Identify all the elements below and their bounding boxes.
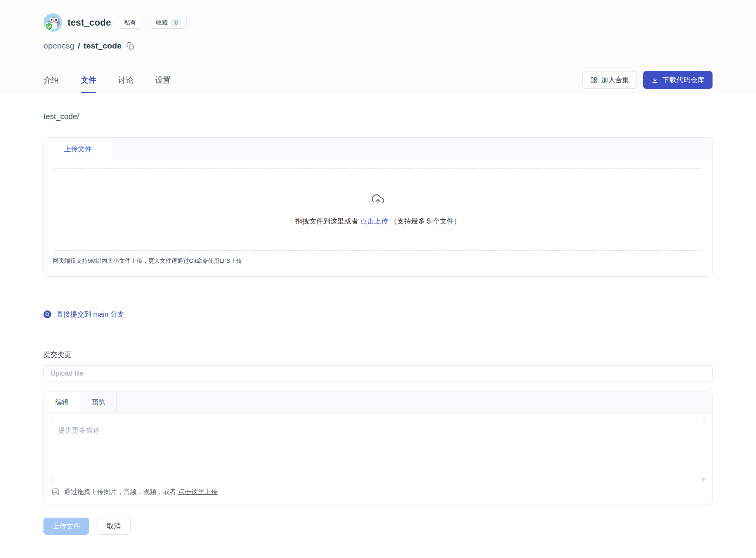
collection-icon: [590, 76, 597, 84]
commit-changes-label: 提交变更: [43, 350, 713, 359]
attachment-hint-prefix: 通过拖拽上传图片，音频，视频，或者: [64, 488, 176, 496]
click-to-upload-link[interactable]: 点击上传: [360, 217, 388, 225]
tab-upload-file[interactable]: 上传文件: [44, 138, 112, 160]
repo-action-buttons: 加入合集 下载代码仓库: [583, 71, 713, 89]
breadcrumb-owner[interactable]: opencsg: [43, 41, 74, 50]
upload-card-tabstrip: 上传文件: [44, 138, 712, 160]
visibility-badge: 私有: [119, 17, 141, 29]
upload-card-body: 拖拽文件到这里或者 点击上传 （支持最多 5 个文件） 网页端仅支持5M以内大小…: [44, 160, 712, 276]
breadcrumb: opencsg / test_code: [43, 41, 713, 50]
form-actions: 上传文件 取消: [43, 518, 713, 550]
upload-file-card: 上传文件 拖拽文件到这里或者 点击上传 （支持最多 5 个文件） 网页端仅支持5…: [43, 137, 713, 277]
favorite-count: 0: [171, 19, 181, 26]
main-content: test_code/ 上传文件 拖拽文件到这里或者 点击上传 （支持最多 5 个…: [0, 112, 756, 550]
download-repo-button[interactable]: 下载代码仓库: [643, 71, 713, 89]
copy-icon: [126, 42, 135, 50]
dropzone-text: 拖拽文件到这里或者 点击上传 （支持最多 5 个文件）: [295, 217, 461, 226]
section-divider: [43, 296, 713, 296]
tab-introduction[interactable]: 介绍: [43, 66, 59, 94]
visibility-badge-label: 私有: [124, 19, 136, 26]
commit-to-main-radio[interactable]: [43, 310, 51, 318]
current-path: test_code/: [43, 112, 713, 121]
tab-files[interactable]: 文件: [81, 66, 96, 94]
attachment-upload-link[interactable]: 点击这里上传: [178, 488, 218, 496]
repo-name: test_code: [68, 17, 111, 28]
download-repo-label: 下载代码仓库: [662, 75, 704, 85]
commit-target-option: 直接提交到 main 分支: [43, 310, 713, 319]
dropzone-text-prefix: 拖拽文件到这里或者: [295, 217, 358, 225]
tab-discussion[interactable]: 讨论: [118, 66, 134, 94]
section-divider: [43, 332, 713, 332]
repo-nav: 介绍 文件 讨论 设置 加入合集 下载代码仓库: [43, 66, 713, 94]
breadcrumb-repo[interactable]: test_code: [83, 41, 121, 50]
editor-body: 通过拖拽上传图片，音频，视频，或者 点击这里上传: [44, 413, 712, 504]
add-to-collection-button[interactable]: 加入合集: [583, 71, 636, 89]
breadcrumb-separator: /: [78, 41, 80, 50]
file-dropzone[interactable]: 拖拽文件到这里或者 点击上传 （支持最多 5 个文件）: [53, 168, 703, 251]
editor-tabstrip: 编辑 预览: [44, 392, 712, 413]
tab-preview[interactable]: 预览: [80, 392, 117, 412]
cloud-upload-icon: [372, 193, 384, 206]
favorite-button[interactable]: 收藏 0: [151, 17, 187, 29]
commit-to-main-label: 直接提交到 main 分支: [56, 310, 124, 319]
attachment-hint-row: 通过拖拽上传图片，音频，视频，或者 点击这里上传: [51, 487, 705, 496]
copy-repo-path-button[interactable]: [126, 42, 135, 50]
description-editor: 编辑 预览 通过拖拽上传图片，音频，视频，或者 点击这里上传: [43, 392, 713, 504]
dropzone-text-suffix: （支持最多 5 个文件）: [390, 217, 461, 225]
commit-message-input[interactable]: [43, 365, 713, 381]
cancel-button[interactable]: 取消: [97, 518, 131, 535]
repo-header: test_code 私有 收藏 0 opencsg / test_code 介绍…: [0, 0, 756, 94]
upload-size-note: 网页端仅支持5M以内大小文件上传，更大文件请通过Git命令使用LFS上传: [53, 257, 703, 265]
image-icon: [52, 488, 60, 496]
tab-settings[interactable]: 设置: [155, 66, 171, 94]
add-to-collection-label: 加入合集: [601, 75, 629, 85]
repo-tabs: 介绍 文件 讨论 设置: [43, 66, 171, 94]
upload-submit-button[interactable]: 上传文件: [43, 518, 89, 535]
download-icon: [651, 76, 659, 84]
attachment-hint-text: 通过拖拽上传图片，音频，视频，或者 点击这里上传: [64, 487, 218, 496]
tab-edit[interactable]: 编辑: [44, 392, 80, 413]
description-textarea[interactable]: [51, 420, 705, 481]
repo-title-row: test_code 私有 收藏 0: [43, 13, 713, 32]
repo-avatar: [43, 13, 62, 32]
favorite-label: 收藏: [156, 19, 168, 26]
